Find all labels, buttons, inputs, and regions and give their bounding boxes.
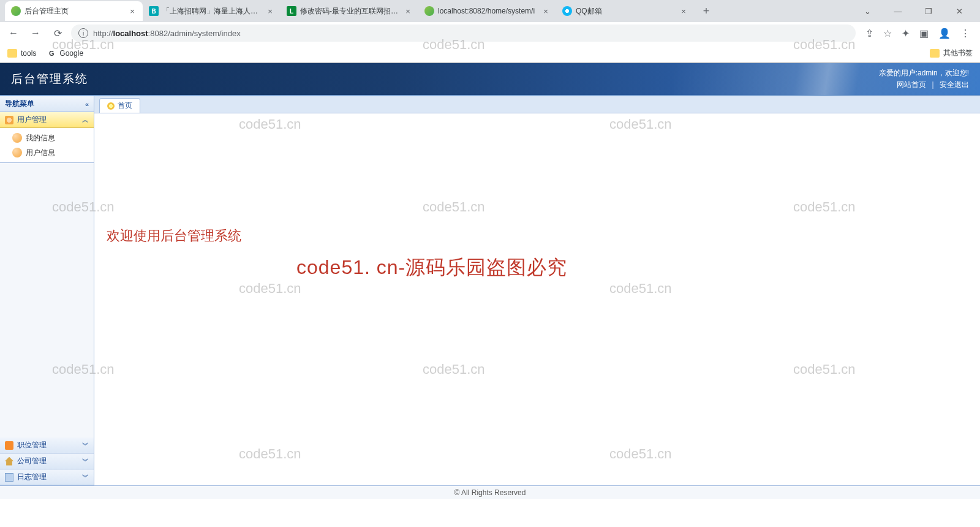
chevron-down-icon[interactable]: ⌄: [859, 7, 876, 16]
site-b-icon: B: [149, 6, 159, 16]
anti-copy-watermark: code51. cn-源码乐园盗图必究: [296, 254, 567, 281]
close-icon[interactable]: ×: [266, 7, 274, 15]
acc-position-head[interactable]: 职位管理 ︾: [0, 438, 94, 453]
chevron-down-icon: ︾: [82, 472, 89, 482]
acc-company-head[interactable]: 公司管理 ︾: [0, 453, 94, 469]
toolbar-icons: ⇪ ☆ ✦ ▣ 👤 ⋮: [861, 28, 975, 39]
main-area: 首页 欢迎使用后台管理系统 code51. cn-源码乐园盗图必究: [94, 96, 980, 485]
bulb-icon: [107, 102, 115, 110]
forward-button[interactable]: →: [27, 25, 44, 42]
minimize-icon[interactable]: ―: [889, 7, 907, 16]
browser-tab-1[interactable]: B 「上海招聘网」海量上海人才招 ×: [143, 1, 281, 21]
address-bar: ← → ⟳ i http://localhost:8082/admin/syst…: [0, 22, 980, 44]
maximize-icon[interactable]: ❐: [920, 7, 937, 16]
sidebar: 导航菜单 « 用户管理 ︽ 我的信息 用户信息: [0, 96, 94, 485]
close-icon[interactable]: ×: [541, 7, 550, 15]
welcome-user-text: 亲爱的用户:admin，欢迎您!: [879, 68, 969, 78]
sidebar-item-user-info[interactable]: 用户信息: [0, 145, 94, 160]
menu-icon[interactable]: ⋮: [960, 28, 970, 39]
acc-user-head[interactable]: 用户管理 ︽: [0, 112, 94, 128]
new-tab-button[interactable]: +: [698, 2, 715, 20]
app-title: 后台管理系统: [11, 71, 88, 87]
footer: © All Rights Reserved: [0, 485, 980, 499]
chevron-down-icon: ︾: [82, 457, 89, 466]
close-icon[interactable]: ×: [128, 7, 137, 15]
qq-icon: [562, 6, 572, 16]
sidebar-bottom: 职位管理 ︾ 公司管理 ︾ 日志管理 ︾: [0, 438, 94, 485]
person-icon: [12, 133, 22, 143]
acc-user: 用户管理 ︽ 我的信息 用户信息: [0, 112, 94, 163]
bookmarks-bar: tools GGoogle 其他书签: [0, 44, 980, 63]
tab-title: 后台管理主页: [24, 6, 124, 17]
close-icon[interactable]: ×: [404, 7, 412, 15]
extensions-icon[interactable]: ✦: [902, 28, 910, 39]
tab-title: QQ邮箱: [576, 6, 676, 17]
app-root: 后台管理系统 亲爱的用户:admin，欢迎您! 网站首页 | 安全退出 导航菜单…: [0, 63, 980, 499]
user-panel: 亲爱的用户:admin，欢迎您! 网站首页 | 安全退出: [879, 68, 969, 90]
collapse-icon[interactable]: «: [85, 100, 89, 108]
leaf-icon: [424, 6, 434, 16]
person-icon: [12, 148, 22, 157]
browser-tab-2[interactable]: L 修改密码-最专业的互联网招聘平 ×: [281, 1, 418, 21]
window-controls: ⌄ ― ❐ ✕: [859, 7, 975, 16]
browser-tab-0[interactable]: 后台管理主页 ×: [5, 1, 143, 21]
content-panel: 欢迎使用后台管理系统 code51. cn-源码乐园盗图必究: [94, 113, 980, 485]
welcome-text: 欢迎使用后台管理系统: [107, 227, 241, 245]
browser-tab-3[interactable]: localhost:8082/home/system/i ×: [418, 1, 556, 21]
url-input[interactable]: i http://localhost:8082/admin/system/ind…: [71, 25, 856, 42]
sidebar-item-my-info[interactable]: 我的信息: [0, 131, 94, 145]
site-info-icon[interactable]: i: [78, 28, 88, 38]
close-window-icon[interactable]: ✕: [951, 7, 968, 16]
tab-title: 修改密码-最专业的互联网招聘平: [300, 6, 400, 17]
bookmark-google[interactable]: GGoogle: [47, 49, 83, 58]
link-site-home[interactable]: 网站首页: [897, 80, 926, 89]
folder-icon: [7, 49, 17, 58]
url-text: http://localhost:8082/admin/system/index: [93, 29, 241, 38]
acc-user-body: 我的信息 用户信息: [0, 128, 94, 162]
chevron-down-icon: ︾: [82, 441, 89, 450]
link-logout[interactable]: 安全退出: [940, 80, 969, 89]
leaf-icon: [11, 6, 21, 16]
user-group-icon: [5, 116, 13, 124]
browser-chrome: 后台管理主页 × B 「上海招聘网」海量上海人才招 × L 修改密码-最专业的互…: [0, 0, 980, 63]
back-button[interactable]: ←: [5, 25, 22, 42]
acc-log-head[interactable]: 日志管理 ︾: [0, 469, 94, 485]
folder-icon: [930, 49, 940, 58]
tab-title: localhost:8082/home/system/i: [438, 7, 538, 15]
tab-home[interactable]: 首页: [99, 98, 140, 113]
profile-icon[interactable]: 👤: [938, 28, 951, 39]
app-body: 导航菜单 « 用户管理 ︽ 我的信息 用户信息: [0, 95, 980, 485]
share-icon[interactable]: ⇪: [865, 28, 873, 39]
bookmark-star-icon[interactable]: ☆: [883, 28, 892, 39]
home-icon: [5, 457, 13, 466]
site-l-icon: L: [287, 6, 296, 16]
google-icon: G: [47, 49, 56, 58]
browser-tab-4[interactable]: QQ邮箱 ×: [556, 1, 694, 21]
close-icon[interactable]: ×: [679, 7, 688, 15]
chevron-up-icon: ︽: [82, 115, 89, 124]
app-header: 后台管理系统 亲爱的用户:admin，欢迎您! 网站首页 | 安全退出: [0, 63, 980, 95]
reload-button[interactable]: ⟳: [49, 25, 66, 42]
log-icon: [5, 473, 13, 482]
tab-strip: 后台管理主页 × B 「上海招聘网」海量上海人才招 × L 修改密码-最专业的互…: [0, 0, 980, 22]
tab-title: 「上海招聘网」海量上海人才招: [162, 6, 262, 17]
bookmark-tools[interactable]: tools: [7, 49, 36, 58]
copyright-text: © All Rights Reserved: [454, 488, 526, 497]
content-tabstrip: 首页: [94, 96, 980, 113]
panel-icon[interactable]: ▣: [919, 28, 929, 39]
rss-icon: [5, 441, 13, 450]
nav-menu-header[interactable]: 导航菜单 «: [0, 96, 94, 112]
bookmark-other[interactable]: 其他书签: [930, 48, 973, 58]
